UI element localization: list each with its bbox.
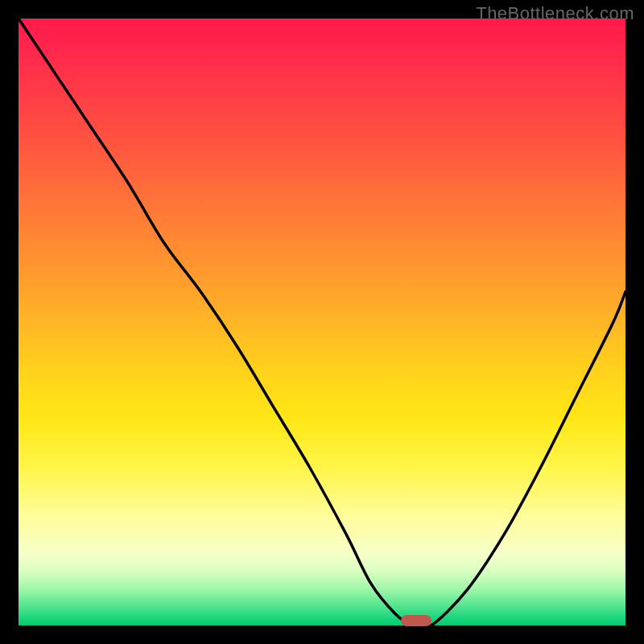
optimal-point-marker xyxy=(401,615,431,626)
plot-area xyxy=(19,19,625,625)
watermark-text: TheBottleneck.com xyxy=(476,3,634,24)
chart-frame: TheBottleneck.com xyxy=(0,0,644,644)
bottleneck-curve xyxy=(19,19,625,625)
